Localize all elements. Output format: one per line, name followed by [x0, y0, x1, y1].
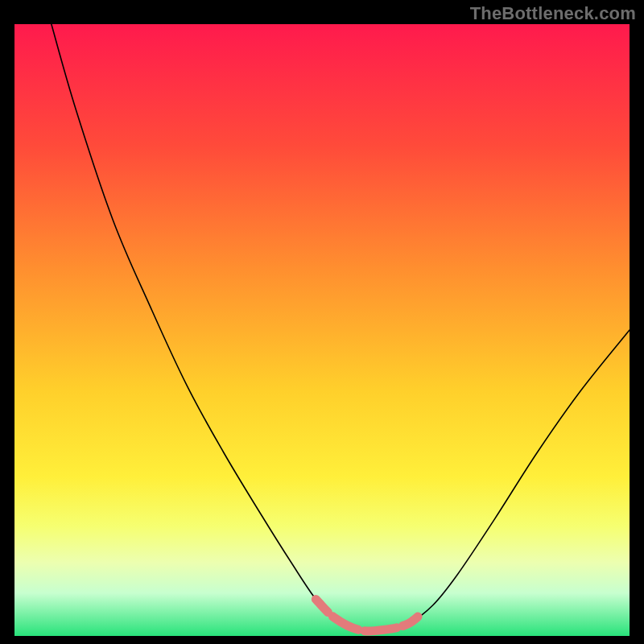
chart-frame: TheBottleneck.com [0, 0, 644, 644]
watermark-text: TheBottleneck.com [470, 3, 636, 24]
chart-svg [14, 24, 630, 636]
chart-background [14, 24, 630, 636]
chart-plot [14, 24, 630, 636]
